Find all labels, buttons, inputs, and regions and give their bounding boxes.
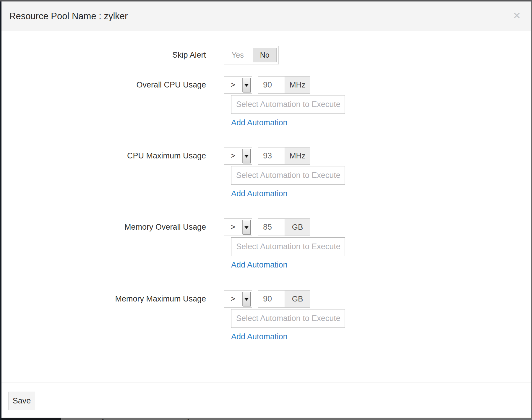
threshold-value-input[interactable] [258, 76, 285, 94]
footer-divider [1, 382, 531, 382]
dropdown-arrow-icon [242, 78, 251, 92]
automation-select-input[interactable] [231, 166, 345, 185]
dialog-header: Resource Pool Name : zylker ✕ [1, 1, 531, 31]
background-page-strip: Topology Resource Pool N [1, 418, 531, 420]
automation-select-input[interactable] [231, 95, 345, 114]
dropdown-arrow-icon [242, 292, 251, 306]
toggle-option-yes[interactable]: Yes [226, 48, 249, 62]
background-sidebar-fragment [1, 418, 61, 420]
operator-value: > [231, 291, 235, 307]
metric-label: CPU Maximum Usage [0, 147, 206, 165]
add-automation-link[interactable]: Add Automation [231, 118, 288, 127]
background-content-fragment: Topology Resource Pool N [61, 418, 531, 420]
add-automation-link[interactable]: Add Automation [231, 189, 288, 198]
metric-label: Overall CPU Usage [0, 76, 206, 94]
metric-row-cpu-max: CPU Maximum Usage > MHz Add Automation [0, 147, 532, 206]
operator-value: > [231, 147, 235, 164]
operator-select[interactable]: > [224, 218, 252, 236]
dropdown-arrow-icon [242, 220, 251, 234]
dialog-title: Resource Pool Name : zylker [9, 1, 128, 31]
unit-addon: GB [285, 290, 310, 308]
operator-value: > [231, 219, 235, 235]
unit-addon: MHz [285, 76, 310, 94]
dropdown-arrow-icon [242, 149, 251, 163]
unit-addon: MHz [285, 147, 310, 165]
operator-select[interactable]: > [224, 290, 252, 308]
close-icon[interactable]: ✕ [512, 1, 522, 31]
automation-select-input[interactable] [231, 237, 345, 256]
skip-alert-label: Skip Alert [0, 46, 206, 64]
threshold-value-input[interactable] [258, 290, 285, 308]
add-automation-link[interactable]: Add Automation [231, 332, 288, 341]
metric-row-memory-overall: Memory Overall Usage > GB Add Automation [0, 218, 532, 278]
add-automation-link[interactable]: Add Automation [231, 260, 288, 270]
resource-pool-dialog: Topology Resource Pool N Resource Pool N… [0, 0, 532, 420]
operator-select[interactable]: > [224, 147, 252, 165]
unit-addon: GB [285, 218, 310, 236]
skip-alert-toggle[interactable]: Yes No [224, 46, 279, 64]
metric-label: Memory Overall Usage [0, 218, 206, 236]
background-clipped-text: Topology Resource Pool N [80, 418, 199, 420]
skip-alert-row: Skip Alert Yes No [0, 46, 532, 64]
threshold-value-input[interactable] [258, 147, 285, 165]
operator-select[interactable]: > [224, 76, 252, 94]
save-button[interactable]: Save [8, 392, 35, 410]
operator-value: > [231, 77, 235, 93]
threshold-value-input[interactable] [258, 218, 285, 236]
metric-label: Memory Maximum Usage [0, 290, 206, 308]
metric-row-memory-max: Memory Maximum Usage > GB Add Automation [0, 290, 532, 349]
metric-row-overall-cpu: Overall CPU Usage > MHz Add Automation [0, 76, 532, 135]
automation-select-input[interactable] [231, 309, 345, 328]
toggle-option-no[interactable]: No [253, 48, 277, 62]
